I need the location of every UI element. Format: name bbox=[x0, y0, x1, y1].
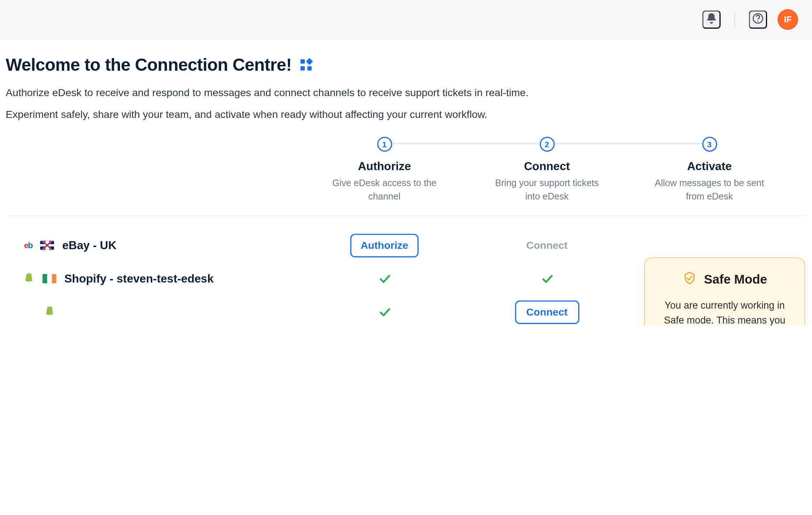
svg-rect-2 bbox=[301, 59, 305, 64]
step-number: 3 bbox=[702, 137, 717, 152]
channel-name: Shopify - steven-test-edesk bbox=[64, 272, 214, 285]
flag-uk-icon bbox=[40, 241, 54, 250]
steps: 1 Authorize Give eDesk access to the cha… bbox=[6, 134, 806, 216]
connect-label-disabled: Connect bbox=[526, 239, 568, 251]
topbar: IF bbox=[0, 0, 812, 39]
safe-mode-title: Safe Mode bbox=[704, 272, 767, 287]
svg-rect-4 bbox=[307, 66, 312, 70]
svg-point-1 bbox=[757, 21, 758, 22]
help-icon bbox=[751, 12, 764, 26]
svg-rect-3 bbox=[301, 66, 305, 70]
divider bbox=[6, 215, 806, 216]
check-icon bbox=[377, 272, 391, 285]
check-icon bbox=[377, 305, 391, 319]
page-title: Welcome to the Connection Centre! bbox=[6, 55, 806, 75]
step-title: Activate bbox=[687, 160, 732, 173]
notifications-button[interactable] bbox=[702, 10, 721, 29]
connect-button[interactable]: Connect bbox=[515, 300, 579, 324]
authorize-button[interactable]: Authorize bbox=[350, 234, 418, 257]
bell-icon bbox=[705, 12, 718, 26]
safe-mode-body: You are currently working in Safe mode. … bbox=[656, 298, 793, 325]
step-authorize: 1 Authorize Give eDesk access to the cha… bbox=[303, 134, 465, 203]
shopify-icon bbox=[24, 272, 35, 286]
svg-rect-5 bbox=[306, 58, 313, 65]
step-title: Authorize bbox=[358, 160, 411, 173]
page-lead-line1: Authorize eDesk to receive and respond t… bbox=[6, 85, 806, 101]
channel-name: eBay - UK bbox=[62, 239, 117, 252]
ebay-icon: eb bbox=[24, 241, 33, 250]
page-lead-line2: Experiment safely, share with your team,… bbox=[6, 107, 806, 123]
step-number: 1 bbox=[377, 137, 392, 152]
help-button[interactable] bbox=[749, 10, 767, 29]
step-number: 2 bbox=[539, 137, 554, 152]
flag-ireland-icon bbox=[42, 274, 56, 283]
page: Welcome to the Connection Centre! Author… bbox=[0, 39, 812, 325]
step-activate: 3 Activate Allow messages to be sent fro… bbox=[628, 134, 791, 203]
topbar-separator bbox=[734, 11, 735, 27]
step-desc: Bring your support tickets into eDesk bbox=[489, 176, 604, 203]
step-title: Connect bbox=[524, 160, 570, 173]
step-desc: Give eDesk access to the channel bbox=[327, 176, 442, 203]
step-desc: Allow messages to be sent from eDesk bbox=[652, 176, 767, 203]
step-connect: 2 Connect Bring your support tickets int… bbox=[466, 134, 628, 203]
widgets-icon bbox=[299, 57, 314, 72]
shopify-icon bbox=[45, 305, 55, 320]
page-title-text: Welcome to the Connection Centre! bbox=[6, 55, 292, 75]
avatar[interactable]: IF bbox=[778, 9, 798, 30]
check-icon bbox=[540, 272, 554, 285]
safe-mode-card: Safe Mode You are currently working in S… bbox=[644, 258, 805, 326]
shield-icon bbox=[682, 271, 697, 289]
avatar-initials: IF bbox=[784, 15, 792, 24]
